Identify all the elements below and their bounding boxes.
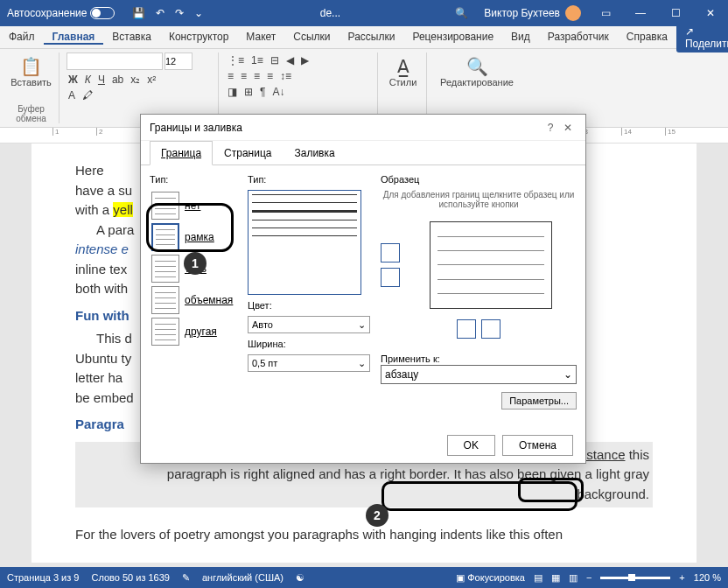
cancel-button[interactable]: Отмена (502, 435, 573, 456)
ok-button[interactable]: OK (447, 435, 495, 456)
italic-button[interactable]: К (83, 72, 93, 88)
apply-to-combo[interactable]: абзацу (381, 365, 577, 384)
highlight-button[interactable]: 🖍 (80, 88, 94, 103)
avatar-icon (565, 5, 581, 21)
redo-icon[interactable]: ↷ (175, 7, 184, 19)
justify-button[interactable]: ≡ (265, 68, 275, 84)
width-label: Ширина: (248, 339, 370, 349)
tab-справка[interactable]: Справка (618, 31, 676, 43)
align-left-button[interactable]: ≡ (226, 68, 235, 84)
border-style-list[interactable] (248, 190, 361, 295)
clipboard-group-label: Буфер обмена (4, 104, 59, 123)
border-type-рамка[interactable]: рамка (150, 221, 237, 253)
accessibility-icon[interactable]: ☯ (296, 572, 304, 584)
line-spacing-button[interactable]: ↕≡ (278, 68, 293, 84)
strike-button[interactable]: ab (110, 72, 125, 88)
spellcheck-icon[interactable]: ✎ (182, 572, 190, 584)
zoom-level[interactable]: 120 % (694, 572, 721, 583)
border-type-объемная[interactable]: объемная (150, 284, 237, 316)
tab-файл[interactable]: Файл (0, 31, 44, 43)
right-border-button[interactable] (481, 319, 500, 339)
left-border-button[interactable] (457, 319, 476, 339)
web-layout-icon[interactable]: ▥ (569, 572, 578, 584)
dialog-tabs: ГраницаСтраницаЗаливка (141, 141, 585, 165)
share-button[interactable]: ↗ Поделиться (676, 23, 728, 52)
bullets-button[interactable]: ⋮≡ (226, 52, 246, 68)
params-button[interactable]: Параметры... (501, 392, 577, 410)
language-status[interactable]: английский (США) (202, 572, 284, 583)
print-layout-icon[interactable]: ▤ (534, 572, 542, 584)
borders-button[interactable]: ⊞ (242, 84, 255, 100)
tab-конструктор[interactable]: Конструктор (160, 31, 237, 43)
color-combo[interactable]: Авто (248, 316, 370, 333)
align-right-button[interactable]: ≡ (252, 68, 262, 84)
dialog-tab-2[interactable]: Заливка (283, 141, 346, 164)
find-icon: 🔍 (466, 56, 488, 77)
qat-dropdown-icon[interactable]: ⌄ (194, 7, 203, 19)
tab-рассылки[interactable]: Рассылки (340, 31, 404, 43)
preview-hint: Для добавления границ щелкните образец и… (381, 190, 577, 209)
minimize-icon[interactable]: — (623, 0, 658, 26)
status-bar: Страница 3 из 9 Слово 50 из 1639 ✎ англи… (0, 567, 728, 588)
underline-button[interactable]: Ч (96, 72, 107, 88)
align-center-button[interactable]: ≡ (239, 68, 248, 84)
tab-макет[interactable]: Макет (237, 31, 284, 43)
annotation-badge: 2 (366, 504, 388, 527)
annotation-badge: 1 (184, 252, 206, 275)
numbering-button[interactable]: 1≡ (249, 52, 265, 68)
font-name-combo[interactable] (66, 52, 163, 70)
dialog-tab-0[interactable]: Граница (150, 141, 213, 165)
page-status[interactable]: Страница 3 из 9 (7, 572, 79, 583)
width-combo[interactable]: 0,5 пт (248, 354, 370, 372)
help-icon[interactable]: ? (542, 122, 559, 134)
paste-button[interactable]: 📋 Вставить (9, 52, 53, 91)
font-size-combo[interactable] (164, 52, 192, 70)
tab-рецензирование[interactable]: Рецензирование (403, 31, 502, 43)
show-marks-button[interactable]: ¶ (258, 84, 267, 100)
title-bar: Автосохранение 💾 ↶ ↷ ⌄ de... 🔍 Виктор Бу… (0, 0, 728, 26)
subscript-button[interactable]: x₂ (129, 72, 142, 88)
shading-button[interactable]: ◨ (226, 84, 239, 100)
tab-вид[interactable]: Вид (502, 31, 539, 43)
read-mode-icon[interactable]: ▦ (551, 572, 560, 584)
top-border-button[interactable] (381, 243, 400, 262)
dialog-title: Границы и заливка (150, 122, 242, 134)
zoom-in-icon[interactable]: + (679, 572, 684, 583)
outdent-button[interactable]: ◀ (284, 52, 296, 68)
undo-icon[interactable]: ↶ (156, 7, 164, 19)
border-type-другая[interactable]: другая (150, 316, 237, 347)
multilevel-button[interactable]: ⊟ (269, 52, 281, 68)
tab-главная[interactable]: Главная (44, 31, 104, 45)
bold-button[interactable]: Ж (66, 72, 80, 88)
autosave-toggle[interactable]: Автосохранение (0, 7, 122, 19)
indent-button[interactable]: ▶ (299, 52, 311, 68)
ribbon-tabs: ФайлГлавнаяВставкаКонструкторМакетСсылки… (0, 26, 728, 49)
dialog-close-icon[interactable]: ✕ (559, 122, 577, 134)
editing-button[interactable]: 🔍 Редактирование (434, 52, 520, 91)
preview-label: Образец (381, 174, 577, 185)
tab-ссылки[interactable]: Ссылки (284, 31, 339, 43)
search-icon[interactable]: 🔍 (446, 7, 477, 19)
tab-вставка[interactable]: Вставка (103, 31, 160, 43)
bottom-border-button[interactable] (381, 268, 400, 287)
ribbon-options-icon[interactable]: ▭ (588, 0, 623, 26)
zoom-out-icon[interactable]: − (586, 572, 592, 583)
border-preview[interactable] (430, 221, 552, 309)
superscript-button[interactable]: x² (145, 72, 158, 88)
sort-button[interactable]: A↓ (270, 84, 286, 100)
styles-icon: A̲ (397, 56, 410, 77)
zoom-slider[interactable] (600, 577, 670, 579)
type-label: Тип: (150, 174, 237, 185)
style-label: Тип: (248, 174, 370, 185)
word-count[interactable]: Слово 50 из 1639 (91, 572, 170, 583)
tab-разработчик[interactable]: Разработчик (539, 31, 618, 43)
toggle-icon (90, 7, 115, 19)
save-icon[interactable]: 💾 (132, 7, 145, 19)
font-color-button[interactable]: A (66, 88, 77, 103)
paste-icon: 📋 (20, 56, 42, 77)
styles-button[interactable]: A̲ Стили (385, 52, 421, 91)
user-account[interactable]: Виктор Бухтеев (477, 5, 588, 21)
dialog-tab-1[interactable]: Страница (213, 141, 283, 164)
border-type-нет[interactable]: нет (150, 190, 237, 221)
focus-mode[interactable]: ▣ Фокусировка (456, 572, 525, 584)
